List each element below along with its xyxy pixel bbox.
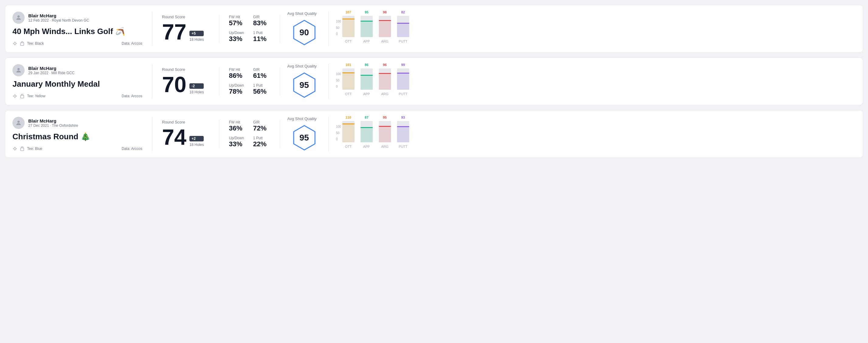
bar-wrapper	[361, 68, 373, 90]
svg-rect-6	[21, 95, 24, 98]
bar-label: OTT	[345, 145, 352, 148]
bar-value: 95	[365, 10, 369, 14]
tee-label: Tee: Black	[27, 41, 44, 45]
bar-group-arg: 98 ARG	[379, 10, 391, 43]
gir-value: 83%	[253, 19, 270, 27]
round-title: Christmas Round 🎄	[12, 132, 142, 142]
tee-row: Tee: Yellow Data: Arccos	[12, 94, 142, 98]
bar-fill	[342, 73, 354, 90]
updown-stat: Up/Down 78%	[229, 83, 246, 95]
fw-hit-stat: FW Hit 36%	[229, 120, 246, 132]
bar-group-app: 87 APP	[361, 116, 373, 148]
bar-label: ARG	[381, 92, 389, 96]
bars-container: 110 OTT 87 APP 95 ARG 93	[342, 120, 409, 148]
bar-value: 95	[383, 116, 387, 119]
hexagon-container: 95	[291, 71, 318, 99]
fw-hit-value: 36%	[229, 124, 246, 132]
score-label: Round Score	[162, 14, 209, 19]
user-row: Blair McHarg 27 Dec 2021 · The Oxfordshi…	[12, 117, 142, 129]
bag-icon	[20, 146, 25, 151]
bar-wrapper	[397, 68, 409, 90]
bar-group-app: 86 APP	[361, 63, 373, 96]
score-holes: 18 Holes	[189, 37, 204, 42]
card-left: Blair McHarg 27 Dec 2021 · The Oxfordshi…	[12, 117, 152, 151]
gir-label: GIR	[253, 67, 270, 72]
updown-label: Up/Down	[229, 83, 246, 88]
bar-fill	[342, 124, 354, 142]
y-axis: 100 50 0	[336, 14, 341, 36]
gir-value: 61%	[253, 72, 270, 80]
card-score: Round Score 70 -2 18 Holes	[152, 67, 219, 95]
updown-stat: Up/Down 33%	[229, 31, 246, 43]
bar-wrapper	[361, 121, 373, 142]
score-number: 70	[162, 73, 186, 95]
bar-group-app: 95 APP	[361, 10, 373, 43]
bar-value: 99	[401, 63, 405, 67]
bars-container: 107 OTT 95 APP 98 ARG 82	[342, 14, 409, 43]
oneputt-stat: 1 Putt 22%	[253, 136, 270, 148]
score-details: +5 18 Holes	[189, 31, 204, 43]
bars-container: 101 OTT 86 APP 96 ARG 99	[342, 67, 409, 96]
bar-group-ott: 110 OTT	[342, 116, 354, 148]
bar-marker	[361, 21, 373, 22]
bar-marker	[379, 73, 391, 74]
bar-label: APP	[363, 92, 370, 96]
data-source: Data: Arccos	[122, 94, 142, 98]
bar-label: APP	[363, 39, 370, 43]
score-main: 77 +5 18 Holes	[162, 21, 209, 43]
svg-point-9	[14, 148, 16, 150]
quality-score: 95	[300, 133, 309, 143]
hexagon-container: 95	[291, 124, 318, 151]
score-badge: +5	[189, 31, 204, 36]
bag-icon	[20, 94, 25, 98]
svg-rect-2	[21, 42, 24, 45]
oneputt-value: 11%	[253, 35, 270, 43]
svg-point-4	[17, 68, 20, 70]
bar-value: 93	[401, 116, 405, 119]
stats-grid: FW Hit 36% GIR 72% Up/Down 33% 1 Putt 22…	[229, 120, 270, 148]
updown-label: Up/Down	[229, 31, 246, 35]
tee-row: Tee: Black Data: Arccos	[12, 41, 142, 46]
bar-value: 87	[365, 116, 369, 119]
bar-fill	[379, 74, 391, 90]
card-left: Blair McHarg 29 Jan 2022 · Mill Ride GCC…	[12, 64, 152, 98]
avatar	[12, 64, 25, 76]
card-quality: Avg Shot Quality 95	[280, 64, 329, 99]
bar-group-arg: 95 ARG	[379, 116, 391, 148]
bar-marker	[397, 23, 409, 24]
bar-value: 82	[401, 10, 405, 14]
card-score: Round Score 77 +5 18 Holes	[152, 14, 219, 43]
gir-label: GIR	[253, 15, 270, 19]
bar-wrapper	[379, 121, 391, 142]
card-score: Round Score 74 +2 18 Holes	[152, 120, 219, 148]
score-main: 70 -2 18 Holes	[162, 73, 209, 95]
user-info: Blair McHarg 12 Feb 2022 · Royal North D…	[28, 13, 89, 23]
bar-fill	[397, 73, 409, 90]
bar-wrapper	[342, 121, 354, 142]
bar-fill	[397, 127, 409, 142]
bar-value: 101	[346, 63, 351, 67]
bar-wrapper	[361, 16, 373, 37]
score-label: Round Score	[162, 120, 209, 124]
score-holes: 18 Holes	[189, 90, 204, 94]
bar-group-ott: 101 OTT	[342, 63, 354, 96]
updown-label: Up/Down	[229, 136, 246, 140]
card-stats: FW Hit 57% GIR 83% Up/Down 33% 1 Putt 11…	[219, 15, 280, 43]
bar-marker	[342, 72, 354, 73]
score-details: +2 18 Holes	[189, 136, 204, 148]
bar-group-putt: 93 PUTT	[397, 116, 409, 148]
bar-marker	[361, 75, 373, 76]
user-name: Blair McHarg	[28, 66, 74, 71]
score-number: 77	[162, 21, 186, 43]
score-badge: -2	[189, 83, 204, 89]
bar-label: PUTT	[399, 92, 407, 96]
user-info: Blair McHarg 27 Dec 2021 · The Oxfordshi…	[28, 118, 78, 128]
gir-stat: GIR 72%	[253, 120, 270, 132]
bar-label: APP	[363, 145, 370, 148]
bar-label: OTT	[345, 92, 352, 96]
bar-fill	[361, 128, 373, 142]
bag-icon	[20, 41, 25, 46]
card-quality: Avg Shot Quality 90	[280, 11, 329, 46]
bar-label: PUTT	[399, 145, 407, 148]
weather-icon	[12, 146, 17, 151]
